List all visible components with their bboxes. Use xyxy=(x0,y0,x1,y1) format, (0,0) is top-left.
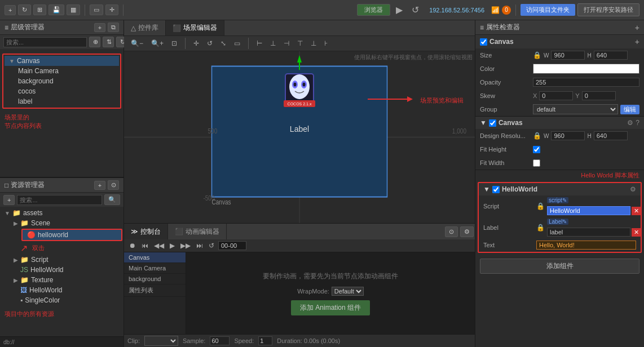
helloworld-gear-btn[interactable]: ⚙ xyxy=(630,185,636,193)
scale-btn[interactable]: ⤡ xyxy=(218,39,228,48)
move-scene-btn[interactable]: ✛ xyxy=(191,39,201,48)
hierarchy-add-btn[interactable]: + xyxy=(94,23,105,32)
canvas-comp-header[interactable]: ▼ Canvas ⚙ ? xyxy=(475,117,644,129)
build-btn[interactable]: ▦ xyxy=(67,5,80,15)
design-h-input[interactable]: 640 xyxy=(594,131,628,140)
canvas-comp-checkbox[interactable] xyxy=(489,119,496,127)
visit-project-btn[interactable]: 访问项目文件夹 xyxy=(521,4,575,16)
wrapmode-select[interactable]: Default xyxy=(332,287,364,296)
tree-helloworld-script[interactable]: JS HelloWorld xyxy=(0,265,123,275)
scene-view[interactable]: 500 -500 1,000 Canvas COC xyxy=(124,51,475,223)
canvas-comp-gear-btn[interactable]: ⚙ xyxy=(627,119,633,127)
rect-btn[interactable]: ▭ xyxy=(90,5,103,15)
tree-cocos[interactable]: cocos xyxy=(5,86,119,96)
add-component-btn[interactable]: 添加组件 xyxy=(480,259,639,274)
tree-scene-folder[interactable]: ▶ 📁 Scene xyxy=(0,218,123,228)
anim-play-btn[interactable]: ▶ xyxy=(168,241,177,250)
canvas-node-plus-btn[interactable]: + xyxy=(635,37,639,46)
anim-time-input[interactable] xyxy=(218,241,246,250)
canvas-comp-help-btn[interactable]: ? xyxy=(636,119,639,127)
move-btn[interactable]: ✛ xyxy=(105,5,118,15)
skew-y-input[interactable]: 0 xyxy=(582,91,616,100)
align-bottom-btn[interactable]: ⊦ xyxy=(322,39,330,48)
anim-main-camera-node[interactable]: Main Camera xyxy=(124,263,186,274)
rect-tool-btn[interactable]: ▭ xyxy=(232,39,242,48)
bottom-copy-btn[interactable]: ⊙ xyxy=(445,226,458,237)
size-h-input[interactable]: 640 xyxy=(594,51,628,60)
design-w-input[interactable]: 960 xyxy=(551,131,585,140)
fit-width-checkbox[interactable] xyxy=(533,159,540,167)
script-value-input[interactable]: HelloWorld xyxy=(547,206,630,215)
hierarchy-search-btn[interactable]: ⊕ xyxy=(89,37,100,47)
zoom-in-btn[interactable]: 🔍+ xyxy=(149,39,166,48)
anim-rewind-btn[interactable]: ◀◀ xyxy=(152,241,166,250)
design-lock[interactable]: 🔒 xyxy=(533,132,541,140)
tab-animation[interactable]: ⬛ 动画编辑器 xyxy=(168,224,227,239)
tree-texture-folder[interactable]: ▶ 📁 Texture xyxy=(0,275,123,285)
install-path-btn[interactable]: 打开程序安装路径 xyxy=(577,3,639,16)
helloworld-checkbox[interactable] xyxy=(492,186,500,193)
tree-script-folder[interactable]: ▶ 📁 Script xyxy=(0,255,123,265)
helloworld-header[interactable]: ▼ HelloWorld ⚙ xyxy=(479,183,641,195)
refresh-project-btn[interactable]: ↻ xyxy=(18,5,31,15)
group-edit-btn[interactable]: 编辑 xyxy=(620,105,639,114)
group-select[interactable]: default xyxy=(533,104,618,114)
assets-search-btn[interactable]: 🔍 xyxy=(104,194,120,205)
assets-new-btn[interactable]: + xyxy=(3,195,15,205)
align-left-btn[interactable]: ⊢ xyxy=(254,39,264,48)
anim-forward-btn[interactable]: ▶▶ xyxy=(179,241,192,250)
anim-prop-list[interactable]: 属性列表 xyxy=(124,284,186,297)
align-top-btn[interactable]: ⊤ xyxy=(295,39,305,48)
tree-helloworld[interactable]: 🔴 helloworld xyxy=(21,229,122,241)
anim-canvas-node[interactable]: Canvas xyxy=(124,252,186,263)
tree-canvas[interactable]: ▼ Canvas xyxy=(5,56,119,66)
tree-label[interactable]: label xyxy=(5,96,119,106)
bottom-settings-btn[interactable]: ⚙ xyxy=(460,226,474,237)
hierarchy-filter-btn[interactable]: ⇅ xyxy=(103,37,114,47)
opacity-input[interactable]: 255 xyxy=(533,78,639,87)
hierarchy-copy-btn[interactable]: ⧉ xyxy=(108,23,119,32)
anim-background-node[interactable]: background xyxy=(124,274,186,284)
size-lock[interactable]: 🔒 xyxy=(533,51,541,59)
text-value-input[interactable]: Hello, World! xyxy=(536,241,636,250)
size-w-input[interactable]: 960 xyxy=(551,51,585,60)
tree-assets-root[interactable]: ▼ 📁 assets xyxy=(0,208,123,218)
sample-input[interactable] xyxy=(210,336,230,345)
browse-btn[interactable]: 浏览器 xyxy=(357,4,390,16)
fit-height-checkbox[interactable] xyxy=(533,146,540,153)
tree-helloworld-texture[interactable]: 🖼 HelloWorld xyxy=(0,285,123,295)
tab-scene-editor[interactable]: ⬛ 场景编辑器 xyxy=(166,20,224,35)
prop-plus-btn[interactable]: + xyxy=(635,23,639,32)
anim-loop-btn[interactable]: ↺ xyxy=(207,241,216,250)
anim-next-btn[interactable]: ⏭ xyxy=(195,241,205,250)
label-value-input[interactable]: label xyxy=(547,228,630,237)
save-btn[interactable]: 💾 xyxy=(48,5,64,15)
clip-select[interactable] xyxy=(144,336,178,346)
add-animation-btn[interactable]: 添加 Animation 组件 xyxy=(291,300,370,315)
canvas-node-checkbox[interactable] xyxy=(480,38,487,46)
tab-console[interactable]: ≫ 控制台 xyxy=(124,224,168,239)
zoom-out-btn[interactable]: 🔍− xyxy=(129,39,145,48)
anim-record-btn[interactable]: ⏺ xyxy=(127,241,138,250)
tree-background[interactable]: background xyxy=(5,76,119,86)
align-middle-btn[interactable]: ⊥ xyxy=(308,39,319,48)
assets-refresh-btn[interactable]: ⊙ xyxy=(108,180,119,190)
canvas-node-header[interactable]: Canvas + xyxy=(475,35,644,48)
rotate-btn[interactable]: ↺ xyxy=(205,39,215,48)
hierarchy-search-input[interactable] xyxy=(3,37,87,47)
assets-search-input[interactable] xyxy=(17,195,102,205)
skew-x-input[interactable]: 0 xyxy=(539,91,573,100)
grid-btn[interactable]: ⊞ xyxy=(33,5,46,15)
color-swatch[interactable] xyxy=(533,64,639,74)
speed-input[interactable] xyxy=(258,336,272,345)
tree-singlecolor[interactable]: ▪ SingleColor xyxy=(0,295,123,305)
zoom-fit-btn[interactable]: ⊡ xyxy=(169,39,179,48)
align-right-btn[interactable]: ⊣ xyxy=(281,39,292,48)
align-center-btn[interactable]: ⊥ xyxy=(268,39,278,48)
label-remove-btn[interactable]: ✕ xyxy=(632,228,641,237)
anim-prev-btn[interactable]: ⏮ xyxy=(140,241,150,250)
add-btn[interactable]: + xyxy=(5,5,16,15)
tab-controls[interactable]: △ 控件库 xyxy=(124,20,166,35)
tree-main-camera[interactable]: Main Camera xyxy=(5,66,119,76)
assets-add-btn[interactable]: + xyxy=(94,181,105,190)
